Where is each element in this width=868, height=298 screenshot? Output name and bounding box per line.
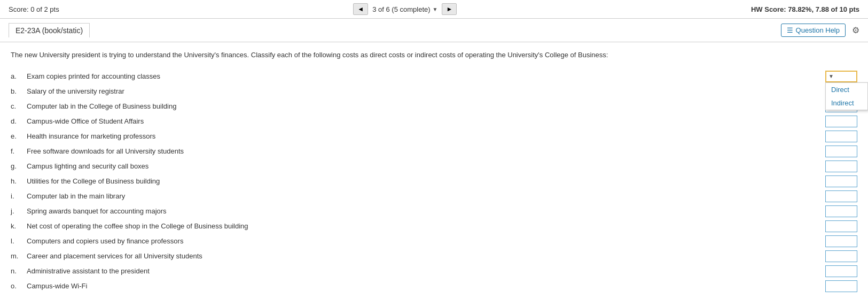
item-select[interactable]: DirectIndirect [825,250,857,262]
gear-button[interactable]: ⚙ [852,25,859,35]
list-item: o.Campus-wide Wi-FiDirectIndirect [11,279,857,294]
item-text: Computer lab in the main library [27,192,825,200]
list-item: l.Computers and copiers used by finance … [11,234,857,249]
title-bar-right: ☰ Question Help ⚙ [781,24,859,37]
item-letter: d. [11,117,27,125]
item-letter: a. [11,72,27,80]
item-select[interactable]: DirectIndirect [825,205,857,217]
item-text: Exam copies printed for accounting class… [27,72,825,80]
item-letter: o. [11,282,27,290]
item-text: Salary of the university registrar [27,87,825,95]
list-item: h.Utilities for the College of Business … [11,174,857,189]
list-item: a.Exam copies printed for accounting cla… [11,69,857,84]
item-select[interactable]: DirectIndirect [825,280,857,292]
dropdown-menu-item[interactable]: Indirect [826,96,867,110]
item-text: Career and placement services for all Un… [27,252,825,260]
select-wrapper: DirectIndirect [825,250,857,262]
score-value: 0 of 2 pts [30,5,59,13]
dropdown-menu: DirectIndirect [825,82,868,110]
nav-controls: ◄ 3 of 6 (5 complete) ▼ ► [353,3,457,15]
list-item: f.Free software downloads for all Univer… [11,144,857,159]
item-letter: n. [11,267,27,275]
list-item: d.Campus-wide Office of Student AffairsD… [11,114,857,129]
nav-text: 3 of 6 (5 complete) [372,5,430,13]
item-letter: e. [11,132,27,140]
select-wrapper: DirectIndirect [825,175,857,187]
list-item: c.Computer lab in the College of Busines… [11,99,857,114]
select-wrapper: DirectIndirect [825,116,857,127]
question-text: The new University president is trying t… [11,50,857,60]
item-letter: l. [11,237,27,245]
nav-prev-button[interactable]: ◄ [353,3,368,15]
item-select[interactable]: DirectIndirect [825,131,857,142]
item-text: Health insurance for marketing professor… [27,132,825,140]
title-tab: E2-23A (book/static) [9,23,90,37]
item-letter: b. [11,87,27,95]
item-text: Spring awards banquet for accounting maj… [27,207,825,215]
question-content: The new University president is trying t… [0,42,868,298]
items-list: a.Exam copies printed for accounting cla… [11,69,857,294]
select-wrapper: DirectIndirect [825,190,857,202]
item-text: Computer lab in the College of Business … [27,102,825,110]
item-text: Free software downloads for all Universi… [27,147,825,155]
item-text: Computers and copiers used by finance pr… [27,237,825,245]
item-letter: h. [11,177,27,185]
item-select[interactable]: DirectIndirect [825,146,857,157]
list-icon: ☰ [787,26,793,34]
list-item: k.Net cost of operating the coffee shop … [11,219,857,234]
item-text: Campus lighting and security call boxes [27,162,825,170]
item-select[interactable]: DirectIndirect [825,116,857,127]
select-wrapper: DirectIndirect [825,146,857,157]
item-letter: f. [11,147,27,155]
score-label: Score: [9,5,29,13]
select-wrapper: DirectIndirect [825,280,857,292]
select-wrapper: DirectIndirect [825,161,857,172]
nav-label: 3 of 6 (5 complete) ▼ [372,5,437,13]
list-item: n.Administrative assistant to the presid… [11,264,857,279]
item-letter: g. [11,162,27,170]
dropdown-menu-item[interactable]: Direct [826,83,867,96]
select-wrapper: ▼DirectIndirect [825,71,857,82]
dropdown-trigger[interactable]: ▼ [825,71,857,82]
item-letter: i. [11,192,27,200]
question-help-label: Question Help [796,26,840,34]
item-select[interactable]: DirectIndirect [825,161,857,172]
list-item: m.Career and placement services for all … [11,249,857,264]
item-letter: k. [11,222,27,230]
top-bar: Score: 0 of 2 pts ◄ 3 of 6 (5 complete) … [0,0,868,19]
list-item: g.Campus lighting and security call boxe… [11,159,857,174]
item-text: Administrative assistant to the presiden… [27,267,825,275]
list-item: b.Salary of the university registrarDire… [11,84,857,99]
select-wrapper: DirectIndirect [825,220,857,232]
item-select[interactable]: DirectIndirect [825,265,857,277]
item-text: Utilities for the College of Business bu… [27,177,825,185]
nav-next-button[interactable]: ► [442,3,457,15]
item-text: Campus-wide Wi-Fi [27,282,825,290]
item-text: Campus-wide Office of Student Affairs [27,117,825,125]
question-help-button[interactable]: ☰ Question Help [781,24,846,37]
hw-score-value: 78.82%, 7.88 of 10 pts [788,5,859,13]
item-letter: c. [11,102,27,110]
list-item: j.Spring awards banquet for accounting m… [11,204,857,219]
hw-score-label: HW Score: [751,5,786,13]
select-wrapper: DirectIndirect [825,265,857,277]
item-select[interactable]: DirectIndirect [825,190,857,202]
list-item: e.Health insurance for marketing profess… [11,129,857,144]
score-section: Score: 0 of 2 pts [9,5,59,13]
item-letter: j. [11,207,27,215]
nav-dropdown-arrow[interactable]: ▼ [433,6,438,12]
select-wrapper: DirectIndirect [825,131,857,142]
select-wrapper: DirectIndirect [825,235,857,247]
list-item: i.Computer lab in the main libraryDirect… [11,189,857,204]
dropdown-open-wrapper: ▼DirectIndirect [825,71,857,82]
item-letter: m. [11,252,27,260]
item-select[interactable]: DirectIndirect [825,235,857,247]
item-text: Net cost of operating the coffee shop in… [27,222,825,230]
dropdown-arrow-icon: ▼ [828,73,834,79]
hw-score-section: HW Score: 78.82%, 7.88 of 10 pts [751,5,859,13]
title-bar: E2-23A (book/static) ☰ Question Help ⚙ [0,19,868,42]
select-wrapper: DirectIndirect [825,205,857,217]
item-select[interactable]: DirectIndirect [825,175,857,187]
item-select[interactable]: DirectIndirect [825,220,857,232]
